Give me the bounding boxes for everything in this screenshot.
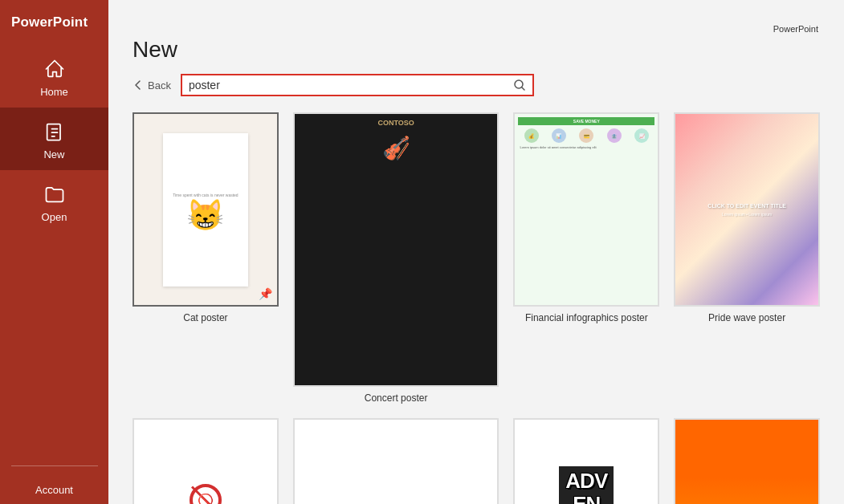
template-thumb-supportive-posters: 🚫 STOP BULLYING Lorem ipsum xyxy=(133,418,279,504)
search-button[interactable] xyxy=(513,79,526,91)
template-card-supportive-posters[interactable]: 🚫 STOP BULLYING Lorem ipsum Supportive p… xyxy=(133,418,279,504)
template-thumb-alphabet-poster: ALPHABET ABCDEF GHIJKL MNOPQR STUVWX YZ … xyxy=(293,418,499,504)
template-card-concert-poster[interactable]: CONTOSO 🎻 Concert poster xyxy=(293,112,499,404)
app-window-title: PowerPoint xyxy=(133,24,820,34)
main-content: PowerPoint New Back xyxy=(108,0,844,504)
template-card-financial-poster[interactable]: SAVE MONEY 💰 📊 💳 🏦 📈 Lorem ipsum dolor s… xyxy=(513,112,659,404)
template-card-cat-poster[interactable]: Time spent with cats is never wasted 😸 📌… xyxy=(133,112,279,404)
template-label-cat-poster: Cat poster xyxy=(183,312,227,323)
template-thumb-cat-poster: Time spent with cats is never wasted 😸 📌 xyxy=(133,112,279,307)
back-label: Back xyxy=(148,79,171,91)
sidebar-item-home[interactable]: Home xyxy=(0,45,108,108)
sidebar-item-home-label: Home xyxy=(40,86,68,98)
sidebar: PowerPoint Home New xyxy=(0,0,108,504)
sidebar-account[interactable]: Account xyxy=(0,473,108,504)
search-input[interactable] xyxy=(189,79,513,91)
templates-grid: Time spent with cats is never wasted 😸 📌… xyxy=(133,112,820,504)
sidebar-nav: Home New Open Account xyxy=(0,45,108,504)
template-label-financial-poster: Financial infographics poster xyxy=(525,312,648,323)
sidebar-brand: PowerPoint xyxy=(0,0,108,45)
home-icon xyxy=(43,58,66,83)
sidebar-item-new[interactable]: New xyxy=(0,108,108,170)
page-title: New xyxy=(133,37,820,63)
open-icon xyxy=(43,183,66,208)
pin-icon: 📌 xyxy=(259,287,272,300)
template-card-pride-wave-poster[interactable]: CLICK TO EDIT EVENT TITLE Lorem ipsum • … xyxy=(674,112,820,404)
template-card-yoga-posters[interactable]: 🧘 Yoga posters xyxy=(674,418,820,504)
stop-circle-icon: 🚫 xyxy=(190,484,222,504)
template-label-concert-poster: Concert poster xyxy=(365,392,428,404)
sidebar-divider xyxy=(11,465,98,466)
template-thumb-financial-poster: SAVE MONEY 💰 📊 💳 🏦 📈 Lorem ipsum dolor s… xyxy=(513,112,659,307)
sidebar-account-label: Account xyxy=(35,484,73,496)
template-label-pride-wave-poster: Pride wave poster xyxy=(708,312,785,323)
search-icon xyxy=(513,79,526,91)
template-thumb-word-art-posters: ADVENTURE xyxy=(513,418,659,504)
svg-line-2 xyxy=(521,87,524,91)
template-card-alphabet-poster[interactable]: ALPHABET ABCDEF GHIJKL MNOPQR STUVWX YZ … xyxy=(293,418,499,504)
template-card-word-art-posters[interactable]: ADVENTURE Word art posters xyxy=(513,418,659,504)
back-button[interactable]: Back xyxy=(133,79,171,91)
template-thumb-concert-poster: CONTOSO 🎻 xyxy=(293,112,499,387)
sidebar-item-new-label: New xyxy=(43,148,64,161)
search-row: Back xyxy=(133,74,820,96)
template-thumb-yoga-posters: 🧘 xyxy=(674,418,820,504)
sidebar-item-open-label: Open xyxy=(42,211,67,223)
main-header: New Back xyxy=(133,37,820,96)
new-icon xyxy=(43,120,66,145)
search-box[interactable] xyxy=(181,74,534,96)
back-arrow-icon xyxy=(133,79,144,91)
template-thumb-pride-wave-poster: CLICK TO EDIT EVENT TITLE Lorem ipsum • … xyxy=(674,112,820,307)
sidebar-item-open[interactable]: Open xyxy=(0,170,108,233)
